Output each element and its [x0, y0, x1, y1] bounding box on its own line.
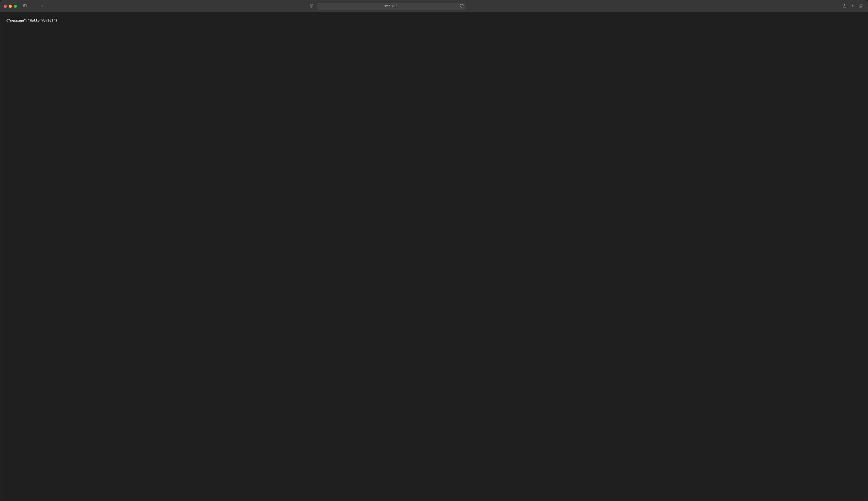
- sidebar-toggle-button[interactable]: [21, 3, 28, 10]
- page-content: {"message":"Hello World!"}: [0, 12, 868, 501]
- svg-rect-6: [860, 4, 862, 7]
- shield-icon: [310, 4, 314, 9]
- reload-button[interactable]: [460, 4, 464, 9]
- svg-rect-0: [23, 4, 27, 7]
- minimize-window-button[interactable]: [9, 5, 12, 8]
- chevron-right-icon: [49, 4, 52, 9]
- forward-button[interactable]: [47, 3, 54, 10]
- maximize-window-button[interactable]: [14, 5, 17, 8]
- browser-toolbar: 127.0.0.1: [0, 0, 868, 12]
- chevron-left-icon: [40, 4, 44, 9]
- share-icon: [843, 4, 847, 9]
- privacy-report-button[interactable]: [308, 3, 315, 10]
- new-tab-button[interactable]: [849, 3, 856, 10]
- reload-icon: [460, 4, 464, 9]
- share-button[interactable]: [841, 3, 848, 10]
- back-button[interactable]: [39, 3, 46, 10]
- response-body: {"message":"Hello World!"}: [6, 19, 57, 22]
- window-controls: [4, 5, 17, 8]
- close-window-button[interactable]: [4, 5, 7, 8]
- tab-group-menu-button[interactable]: [28, 3, 35, 10]
- address-bar[interactable]: 127.0.0.1: [317, 3, 466, 10]
- tab-overview-button[interactable]: [857, 3, 864, 10]
- address-text: 127.0.0.1: [320, 4, 463, 8]
- sidebar-icon: [23, 4, 27, 9]
- chevron-down-icon: [31, 4, 33, 8]
- plus-icon: [851, 4, 855, 9]
- tabs-icon: [859, 4, 863, 9]
